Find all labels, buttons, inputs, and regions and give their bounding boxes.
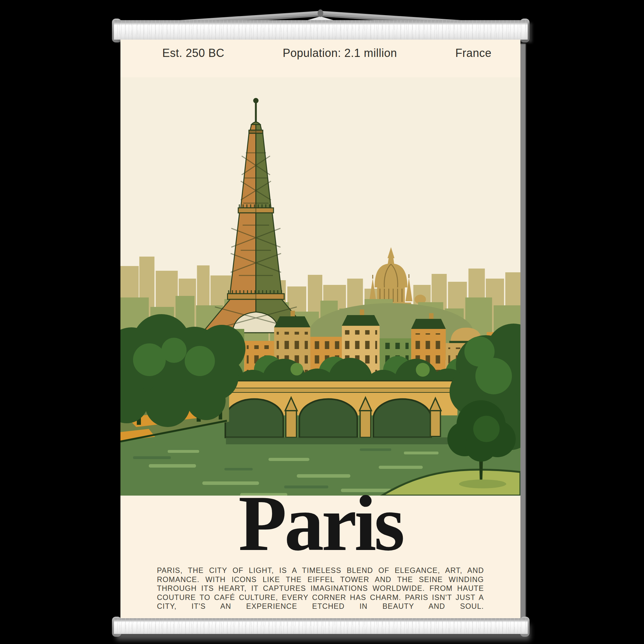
established-label: Est. 250 BC [162,47,225,60]
bridge [196,381,457,437]
poster-header: Est. 250 BC Population: 2.1 million Fran… [162,47,491,60]
top-hanger-rail [114,20,528,40]
country-label: France [455,47,491,60]
paris-travel-poster: Est. 250 BC Population: 2.1 million Fran… [120,40,520,618]
product-photo-stage: Est. 250 BC Population: 2.1 million Fran… [0,0,644,644]
rail-wood-bar [114,20,528,40]
bottom-hanger-rail [114,618,528,634]
cord-knot [318,9,323,17]
population-label: Population: 2.1 million [283,47,397,60]
city-title: Paris [120,484,520,563]
rail-wood-bar [114,618,528,634]
paris-cityscape-illustration [120,77,520,496]
city-description: PARIS, THE CITY OF LIGHT, IS A TIMELESS … [157,566,484,611]
